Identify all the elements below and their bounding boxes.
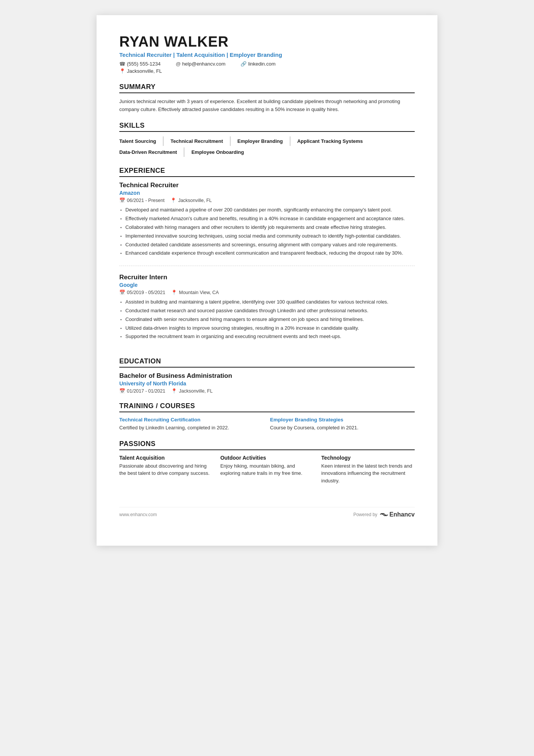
job-bullets-2: Assisted in building and maintaining a t…	[119, 298, 415, 341]
training-desc-1: Certified by LinkedIn Learning, complete…	[119, 424, 264, 432]
skill-employer-branding: Employer Branding	[237, 136, 290, 146]
education-title: EDUCATION	[119, 357, 415, 368]
resume-page: RYAN WALKER Technical Recruiter | Talent…	[97, 15, 437, 546]
enhancv-logo-svg	[379, 512, 389, 518]
passion-title-2: Outdoor Activities	[220, 455, 314, 461]
bullet-2-1: Assisted in building and maintaining a t…	[125, 298, 415, 306]
footer: www.enhancv.com Powered by Enhancv	[119, 507, 415, 518]
linkedin-item: 🔗 linkedin.com	[240, 61, 275, 67]
bullet-1-2: Effectively marketed Amazon's culture an…	[125, 215, 415, 223]
candidate-name: RYAN WALKER	[119, 34, 415, 50]
passions-title: PASSIONS	[119, 440, 415, 450]
skill-ats: Applicant Tracking Systems	[297, 136, 370, 146]
skills-title: SKILLS	[119, 122, 415, 132]
location-icon: 📍	[119, 68, 125, 74]
training-section: TRAINING / COURSES Technical Recruiting …	[119, 402, 415, 432]
experience-entry-1: Technical Recruiter Amazon 📅 06/2021 - P…	[119, 182, 415, 266]
edu-degree-1: Bachelor of Business Administration	[119, 372, 415, 380]
training-grid: Technical Recruiting Certification Certi…	[119, 417, 415, 432]
company-name-2: Google	[119, 282, 415, 288]
summary-title: SUMMARY	[119, 83, 415, 93]
brand-name: Enhancv	[389, 511, 415, 518]
location-value: Jacksonville, FL	[127, 68, 162, 74]
experience-entry-2: Recruiter Intern Google 📅 05/2019 - 05/2…	[119, 274, 415, 349]
location-item: 📍 Jacksonville, FL	[119, 68, 162, 74]
footer-brand: Powered by Enhancv	[353, 511, 415, 518]
edu-school-1: University of North Florida	[119, 380, 415, 387]
location-row: 📍 Jacksonville, FL	[119, 68, 415, 75]
email-icon: @	[176, 61, 181, 67]
footer-website: www.enhancv.com	[119, 512, 157, 517]
experience-section: EXPERIENCE Technical Recruiter Amazon 📅 …	[119, 167, 415, 349]
training-desc-2: Course by Coursera, completed in 2021.	[270, 424, 415, 432]
linkedin-value: linkedin.com	[248, 61, 275, 67]
contact-row: ☎ (555) 555-1234 @ help@enhancv.com 🔗 li…	[119, 61, 415, 67]
bullet-2-5: Supported the recruitment team in organi…	[125, 333, 415, 341]
passion-desc-2: Enjoy hiking, mountain biking, and explo…	[220, 462, 314, 477]
passions-grid: Talent Acquisition Passionate about disc…	[119, 455, 415, 485]
calendar-icon-edu: 📅	[119, 388, 125, 394]
job-title-2: Recruiter Intern	[119, 274, 415, 281]
edu-location-1: 📍 Jacksonville, FL	[171, 388, 212, 394]
job-meta-1: 📅 06/2021 - Present 📍 Jacksonville, FL	[119, 197, 415, 203]
skill-technical-recruitment: Technical Recruitment	[170, 136, 230, 146]
passion-desc-3: Keen interest in the latest tech trends …	[321, 462, 415, 485]
email-item: @ help@enhancv.com	[176, 61, 225, 67]
bullet-1-1: Developed and maintained a pipeline of o…	[125, 206, 415, 214]
company-name-1: Amazon	[119, 190, 415, 196]
powered-by-label: Powered by	[353, 512, 377, 517]
bullet-2-2: Conducted market research and sourced pa…	[125, 307, 415, 315]
header: RYAN WALKER Technical Recruiter | Talent…	[119, 34, 415, 75]
skill-talent-sourcing: Talent Sourcing	[119, 136, 164, 146]
job-location-2: 📍 Mountain View, CA	[171, 290, 219, 295]
training-title: TRAINING / COURSES	[119, 402, 415, 412]
job-title-1: Technical Recruiter	[119, 182, 415, 189]
experience-title: EXPERIENCE	[119, 167, 415, 177]
passion-item-2: Outdoor Activities Enjoy hiking, mountai…	[220, 455, 314, 485]
skills-row-2: Data-Driven Recruitment Employee Onboard…	[119, 147, 415, 158]
location-icon-edu: 📍	[171, 388, 177, 394]
linkedin-icon: 🔗	[240, 61, 247, 67]
edu-meta-1: 📅 01/2017 - 01/2021 📍 Jacksonville, FL	[119, 388, 415, 394]
calendar-icon-2: 📅	[119, 290, 125, 295]
skill-onboarding: Employee Onboarding	[191, 147, 251, 157]
email-value: help@enhancv.com	[182, 61, 225, 67]
phone-icon: ☎	[119, 61, 125, 67]
training-item-2: Employer Branding Strategies Course by C…	[270, 417, 415, 432]
location-icon-1: 📍	[170, 197, 176, 203]
job-location-1: 📍 Jacksonville, FL	[170, 197, 212, 203]
training-title-1: Technical Recruiting Certification	[119, 417, 264, 423]
bullet-1-3: Collaborated with hiring managers and ot…	[125, 224, 415, 232]
passion-title-3: Technology	[321, 455, 415, 461]
passion-desc-1: Passionate about discovering and hiring …	[119, 462, 213, 477]
edu-dates-1: 📅 01/2017 - 01/2021	[119, 388, 165, 394]
candidate-title: Technical Recruiter | Talent Acquisition…	[119, 52, 415, 58]
passions-section: PASSIONS Talent Acquisition Passionate a…	[119, 440, 415, 485]
location-icon-2: 📍	[171, 290, 177, 295]
education-section: EDUCATION Bachelor of Business Administr…	[119, 357, 415, 394]
passion-title-1: Talent Acquisition	[119, 455, 213, 461]
job-dates-2: 📅 05/2019 - 05/2021	[119, 290, 165, 295]
skill-data-driven: Data-Driven Recruitment	[119, 147, 184, 157]
bullet-1-6: Enhanced candidate experience through ex…	[125, 249, 415, 257]
bullet-1-5: Conducted detailed candidate assessments…	[125, 241, 415, 249]
bullet-1-4: Implemented innovative sourcing techniqu…	[125, 232, 415, 240]
job-bullets-1: Developed and maintained a pipeline of o…	[119, 206, 415, 257]
skills-row-1: Talent Sourcing Technical Recruitment Em…	[119, 136, 415, 147]
summary-section: SUMMARY Juniors technical recruiter with…	[119, 83, 415, 114]
enhancv-logo: Enhancv	[379, 511, 415, 518]
passion-item-3: Technology Keen interest in the latest t…	[321, 455, 415, 485]
passion-item-1: Talent Acquisition Passionate about disc…	[119, 455, 213, 485]
job-dates-1: 📅 06/2021 - Present	[119, 197, 164, 203]
job-meta-2: 📅 05/2019 - 05/2021 📍 Mountain View, CA	[119, 290, 415, 295]
calendar-icon-1: 📅	[119, 197, 125, 203]
bullet-2-4: Utilized data-driven insights to improve…	[125, 324, 415, 332]
skills-section: SKILLS Talent Sourcing Technical Recruit…	[119, 122, 415, 158]
training-title-2: Employer Branding Strategies	[270, 417, 415, 423]
edu-entry-1: Bachelor of Business Administration Univ…	[119, 372, 415, 394]
phone-item: ☎ (555) 555-1234	[119, 61, 161, 67]
training-item-1: Technical Recruiting Certification Certi…	[119, 417, 264, 432]
phone-value: (555) 555-1234	[127, 61, 161, 67]
bullet-2-3: Coordinated with senior recruiters and h…	[125, 316, 415, 324]
summary-text: Juniors technical recruiter with 3 years…	[119, 98, 415, 114]
